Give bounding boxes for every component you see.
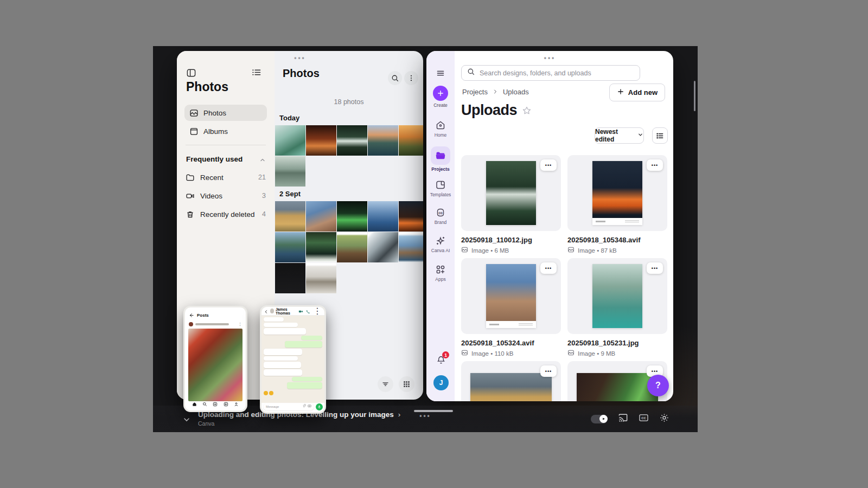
player-more-options[interactable]: ••• <box>419 412 431 420</box>
item-count: 3 <box>262 192 266 200</box>
file-name: 20250918_110012.jpg <box>461 236 561 244</box>
more-options-button[interactable]: ••• <box>540 159 557 171</box>
upload-card-preview[interactable]: ••• <box>461 155 561 231</box>
video-channel: Canva <box>198 420 400 427</box>
search-input[interactable] <box>480 69 634 77</box>
photo-thumbnail[interactable] <box>275 156 305 187</box>
sort-dropdown[interactable]: Newest edited <box>595 127 644 144</box>
more-options-button[interactable]: ••• <box>647 159 663 171</box>
photo-grid <box>275 125 423 187</box>
attach-icon <box>302 403 306 410</box>
edit-list-icon[interactable] <box>251 67 261 78</box>
photo-thumbnail[interactable] <box>399 125 423 156</box>
item-count: 4 <box>262 210 266 218</box>
photo-thumbnail[interactable] <box>337 201 367 232</box>
albums-icon <box>189 127 199 136</box>
canva-app-window: ••• Create Home Projec <box>426 51 673 401</box>
list-view-button[interactable] <box>652 127 668 144</box>
video-phone-chat-preview: James Thomas ⋮ Message <box>260 305 326 414</box>
avatar[interactable]: J <box>433 375 449 390</box>
brand-icon: co <box>426 207 455 218</box>
settings-gear-icon[interactable] <box>659 413 669 425</box>
photo-thumbnail[interactable] <box>368 201 398 232</box>
voice-call-icon <box>306 306 310 316</box>
add-new-button[interactable]: Add new <box>609 84 665 101</box>
help-button[interactable]: ? <box>647 375 669 396</box>
search-icon <box>202 399 207 409</box>
photo-thumbnail[interactable] <box>306 232 336 262</box>
photo-thumbnail[interactable] <box>337 232 367 262</box>
section-title: Frequently used <box>186 155 242 163</box>
new-post-icon <box>213 399 218 409</box>
upload-card: •••20250918_110012.jpgImage • 6 MB <box>461 155 561 254</box>
svg-text:CC: CC <box>641 416 646 420</box>
sidebar-item-home[interactable]: Home <box>426 120 455 138</box>
breadcrumb-uploads[interactable]: Uploads <box>503 88 529 96</box>
avatar <box>189 322 193 326</box>
plus-icon <box>617 88 624 97</box>
sidebar-item-brand[interactable]: co Brand <box>426 207 455 225</box>
star-icon[interactable] <box>522 102 532 119</box>
vertical-scrollbar[interactable] <box>694 81 695 111</box>
folder-icon <box>431 146 450 165</box>
upload-image <box>486 264 536 328</box>
more-options-button[interactable] <box>404 71 418 85</box>
chat-bubble <box>287 382 322 389</box>
caption-strip <box>592 218 642 225</box>
horizontal-scroll-indicator[interactable] <box>414 410 453 412</box>
chevron-up-icon[interactable] <box>259 157 266 163</box>
captions-icon[interactable]: CC <box>639 413 649 425</box>
photo-thumbnail[interactable] <box>275 125 305 156</box>
canva-main: Projects Uploads Add new Uploads New <box>455 51 673 401</box>
photo-thumbnail[interactable] <box>399 201 423 232</box>
collapse-chevron-icon[interactable] <box>182 415 191 426</box>
sidebar-item-albums[interactable]: Albums <box>184 123 267 139</box>
sidebar-item-projects[interactable]: Projects <box>426 146 455 172</box>
photo-thumbnail[interactable] <box>399 232 423 262</box>
more-options-button[interactable]: ••• <box>647 262 663 274</box>
sidebar-item-canva-ai[interactable]: Canva AI <box>426 235 455 253</box>
photo-thumbnail[interactable] <box>306 201 336 232</box>
sidebar-item-photos[interactable]: Photos <box>184 105 267 121</box>
chat-bubble <box>264 362 301 368</box>
photo-thumbnail[interactable] <box>306 263 336 293</box>
menu-icon[interactable] <box>436 69 445 80</box>
photo-thumbnail[interactable] <box>306 125 336 156</box>
upload-card-preview[interactable]: ••• <box>567 258 667 334</box>
upload-card-preview[interactable]: ••• <box>567 155 667 231</box>
upload-card-preview[interactable]: ••• <box>461 361 561 401</box>
message-input: Message <box>263 403 314 410</box>
autoplay-toggle[interactable] <box>591 415 608 423</box>
grid-view-button[interactable] <box>399 376 414 392</box>
sidebar-item-recently-deleted[interactable]: Recently deleted 4 <box>184 208 267 220</box>
photo-thumbnail[interactable] <box>368 232 398 262</box>
mic-button <box>316 403 323 410</box>
photo-section-label: 2 Sept <box>279 190 423 198</box>
search-button[interactable] <box>388 71 402 85</box>
cast-icon[interactable] <box>618 413 628 425</box>
sparkles-icon <box>426 235 455 246</box>
photo-thumbnail[interactable] <box>337 125 367 156</box>
search-bar[interactable] <box>461 65 640 81</box>
photo-thumbnail[interactable] <box>275 201 305 232</box>
more-options-button[interactable]: ••• <box>540 365 557 377</box>
video-phone-social-preview: Posts ⋮ <box>183 306 247 412</box>
sidebar-title: Photos <box>186 80 228 94</box>
more-options-button[interactable]: ••• <box>540 262 557 274</box>
upload-card-preview[interactable]: ••• <box>461 258 561 334</box>
filter-button[interactable] <box>378 376 393 392</box>
sidebar-item-apps[interactable]: Apps <box>426 264 455 282</box>
photo-thumbnail[interactable] <box>368 125 398 156</box>
thumbs-up-emoji <box>269 391 273 395</box>
sidebar-toggle-icon[interactable] <box>186 68 196 78</box>
page-title: Uploads <box>461 101 532 119</box>
sidebar-item-templates[interactable]: Templates <box>426 179 455 197</box>
image-type-icon <box>567 349 575 357</box>
sidebar-item-create[interactable]: Create <box>426 86 455 108</box>
breadcrumb-projects[interactable]: Projects <box>462 88 488 96</box>
sidebar-item-recent[interactable]: Recent 21 <box>184 171 267 183</box>
photo-thumbnail[interactable] <box>275 263 305 293</box>
home-icon <box>426 120 455 131</box>
sidebar-item-videos[interactable]: Videos 3 <box>184 190 267 202</box>
photo-thumbnail[interactable] <box>275 232 305 262</box>
